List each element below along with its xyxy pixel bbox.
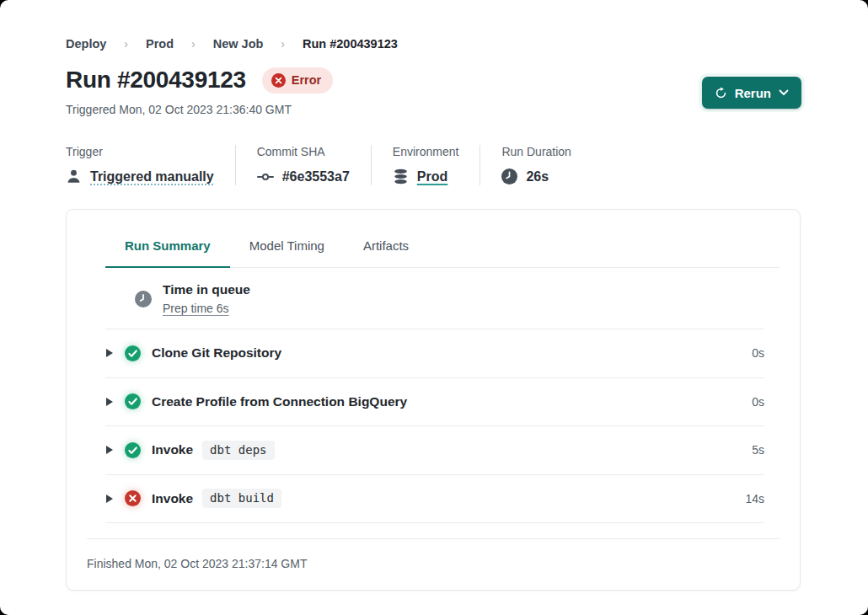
step-duration: 0s [752,395,764,409]
error-circle-icon [271,73,286,88]
clock-icon [501,168,517,184]
database-icon [393,168,409,184]
commit-icon [257,168,274,185]
meta-trigger-label: Trigger [66,145,214,158]
status-badge-label: Error [292,73,321,87]
step-row-dbt-build[interactable]: Invoke dbt build 14s [105,475,764,524]
error-circle-icon [125,490,141,506]
tab-model-timing[interactable]: Model Timing [230,226,344,267]
rerun-button-label: Rerun [735,86,771,100]
breadcrumb-deploy[interactable]: Deploy [66,37,106,51]
trigger-value[interactable]: Triggered manually [90,169,214,184]
step-label: Clone Git Repository [152,345,281,361]
step-row-create-profile[interactable]: Create Profile from Connection BigQuery … [105,378,764,427]
step-label: Create Profile from Connection BigQuery [152,394,407,409]
title-row: Run #200439123 Error [66,67,333,94]
expand-caret-icon[interactable] [106,495,113,503]
meta-trigger: Trigger Triggered manually [66,145,235,185]
breadcrumb-prod[interactable]: Prod [146,37,174,51]
person-icon [66,168,82,184]
breadcrumb-new-job[interactable]: New Job [213,37,264,51]
breadcrumb-current-run: Run #200439123 [303,37,398,51]
run-duration-value: 26s [526,169,549,184]
meta-run-duration: Run Duration 26s [480,145,592,185]
meta-duration-label: Run Duration [501,145,571,158]
step-label: Invoke [152,442,193,457]
commit-sha-value: #6e3553a7 [282,169,350,184]
success-check-icon [125,345,141,361]
finished-timestamp: Finished Mon, 02 Oct 2023 21:37:14 GMT [87,538,780,590]
step-duration: 5s [752,443,764,457]
command-chip: dbt build [202,489,281,508]
run-metadata: Trigger Triggered manually Commit SHA [66,145,592,185]
expand-caret-icon[interactable] [106,349,113,357]
breadcrumb-separator: › [124,37,128,51]
tab-bar: Run Summary Model Timing Artifacts [105,226,780,268]
run-detail-page: Deploy › Prod › New Job › Run #200439123… [0,0,868,615]
run-summary-card: Run Summary Model Timing Artifacts Time … [66,209,801,591]
breadcrumb-separator: › [281,37,285,51]
meta-environment-label: Environment [393,145,459,158]
success-check-icon [125,442,141,458]
command-chip: dbt deps [202,441,274,460]
expand-caret-icon[interactable] [106,446,113,454]
tab-run-summary[interactable]: Run Summary [105,226,230,268]
time-in-queue-row: Time in queue Prep time 6s [105,268,764,329]
step-label: Invoke [152,491,193,506]
page-title: Run #200439123 [66,67,246,94]
prep-time-link[interactable]: Prep time 6s [163,302,229,315]
step-row-clone-git[interactable]: Clone Git Repository 0s [105,329,764,378]
refresh-icon [715,87,727,99]
success-check-icon [125,393,141,409]
step-duration: 14s [745,492,764,505]
status-badge: Error [262,67,333,94]
chevron-down-icon[interactable] [779,89,789,96]
breadcrumb: Deploy › Prod › New Job › Run #200439123 [66,37,398,51]
time-in-queue-title: Time in queue [163,282,250,297]
step-row-dbt-deps[interactable]: Invoke dbt deps 5s [105,426,764,475]
rerun-button[interactable]: Rerun [702,77,801,109]
breadcrumb-separator: › [191,37,196,51]
environment-link[interactable]: Prod [417,169,447,184]
meta-commit-label: Commit SHA [257,145,350,158]
expand-caret-icon[interactable] [106,398,113,406]
meta-environment: Environment Prod [372,145,480,185]
tab-artifacts[interactable]: Artifacts [344,226,428,267]
clock-icon [135,291,152,308]
step-duration: 0s [752,346,764,360]
triggered-timestamp: Triggered Mon, 02 Oct 2023 21:36:40 GMT [66,103,292,116]
meta-commit-sha: Commit SHA #6e3553a7 [236,145,371,185]
